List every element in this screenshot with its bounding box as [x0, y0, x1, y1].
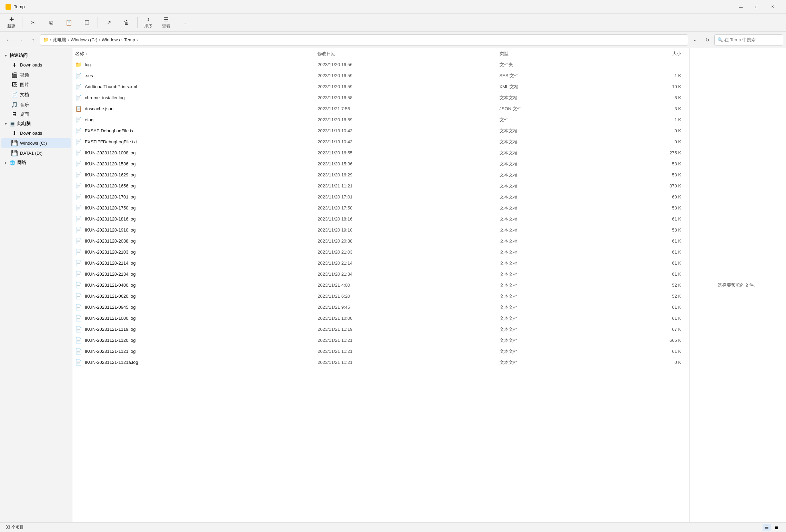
col-header-date[interactable]: 修改日期: [318, 51, 499, 57]
sidebar-item-pictures[interactable]: 🖼 图片: [1, 80, 71, 90]
file-date-cell: 2023/11/13 10:43: [318, 139, 499, 144]
table-row[interactable]: 📄 etag 2023/11/20 16:59 文件 1 K: [72, 114, 689, 125]
file-date-cell: 2023/11/21 11:21: [318, 360, 499, 365]
quick-access-label: 快速访问: [10, 52, 28, 59]
col-header-name[interactable]: 名称 ↑: [75, 51, 318, 57]
col-header-type[interactable]: 类型: [500, 51, 621, 57]
sidebar-item-documents[interactable]: 📄 文档: [1, 90, 71, 100]
breadcrumb-dropdown-button[interactable]: ⌄: [689, 34, 701, 45]
col-header-size[interactable]: 大小: [621, 51, 687, 57]
sidebar-item-videos[interactable]: 🎬 视频: [1, 70, 71, 80]
preview-message: 选择要预览的文件。: [718, 282, 758, 288]
table-row[interactable]: 📄 IKUN-20231121-0945.log 2023/11/21 9:45…: [72, 302, 689, 313]
new-button[interactable]: ✚ 新建: [3, 15, 20, 30]
table-row[interactable]: 📄 IKUN-20231120-1816.log 2023/11/20 18:1…: [72, 214, 689, 225]
table-row[interactable]: 📄 IKUN-20231120-1629.log 2023/11/20 16:2…: [72, 170, 689, 181]
file-type-cell: 文本文档: [500, 260, 621, 266]
network-header[interactable]: ► 🌐 网络: [0, 158, 72, 167]
breadcrumb-temp[interactable]: Temp: [124, 37, 135, 42]
breadcrumb-bar[interactable]: 📁 › 此电脑 › Windows (C:) › Windows › Temp …: [40, 34, 688, 45]
table-row[interactable]: 📄 AddtionalThumbPrints.xml 2023/11/20 16…: [72, 81, 689, 92]
sidebar-item-downloads-2[interactable]: ⬇ Downloads: [1, 128, 71, 138]
table-row[interactable]: 📄 IKUN-20231120-1656.log 2023/11/21 11:2…: [72, 181, 689, 192]
view-button[interactable]: ☰ 查看: [158, 15, 175, 30]
file-name-cell: 📄 IKUN-20231121-1121a.log: [75, 359, 318, 366]
table-row[interactable]: 📄 IKUN-20231120-1008.log 2023/11/20 16:5…: [72, 147, 689, 158]
refresh-button[interactable]: ↻: [702, 34, 713, 45]
grid-view-button[interactable]: ◼: [772, 524, 780, 531]
sidebar-item-c-drive[interactable]: 💾 Windows (C:): [1, 138, 71, 148]
table-row[interactable]: 📄 IKUN-20231120-2114.log 2023/11/20 21:1…: [72, 258, 689, 269]
more-button[interactable]: ...: [175, 15, 193, 30]
sidebar-item-videos-label: 视频: [20, 72, 29, 78]
file-type-cell: 文本文档: [500, 95, 621, 101]
delete-icon: 🗑: [124, 20, 129, 26]
table-row[interactable]: 📄 IKUN-20231120-1536.log 2023/11/20 15:3…: [72, 158, 689, 170]
table-row[interactable]: 📋 dnscache.json 2023/11/21 7:56 JSON 文件 …: [72, 103, 689, 114]
status-bar: 33 个项目 ☰ ◼: [0, 522, 786, 532]
table-row[interactable]: 📄 IKUN-20231121-0620.log 2023/11/21 6:20…: [72, 291, 689, 302]
file-date-cell: 2023/11/21 11:21: [318, 338, 499, 343]
minimize-button[interactable]: —: [733, 0, 749, 14]
table-row[interactable]: 📄 IKUN-20231120-1910.log 2023/11/20 19:1…: [72, 225, 689, 236]
sidebar-item-music-label: 音乐: [20, 102, 29, 108]
rename-button[interactable]: ☐: [78, 15, 95, 30]
this-pc-label: 此电脑: [17, 121, 31, 127]
file-name-text: etag: [85, 117, 93, 122]
table-row[interactable]: 📄 IKUN-20231120-1750.log 2023/11/20 17:5…: [72, 203, 689, 214]
table-row[interactable]: 📄 IKUN-20231121-1000.log 2023/11/21 10:0…: [72, 313, 689, 324]
file-date-cell: 2023/11/20 20:38: [318, 238, 499, 244]
table-row[interactable]: 📄 IKUN-20231121-1121a.log 2023/11/21 11:…: [72, 357, 689, 368]
paste-button[interactable]: 📋: [60, 15, 78, 30]
file-type-cell: 文本文档: [500, 326, 621, 332]
sidebar: ▼ 快速访问 ⬇ Downloads 🎬 视频 🖼 图片 📄 文档 🎵 音乐 🖥…: [0, 48, 72, 522]
cut-button[interactable]: ✂: [24, 15, 42, 30]
this-pc-header[interactable]: ▼ 💻 此电脑: [0, 119, 72, 128]
sidebar-item-pictures-label: 图片: [20, 82, 29, 88]
paste-icon: 📋: [66, 19, 72, 26]
table-row[interactable]: 📄 IKUN-20231120-1701.log 2023/11/20 17:0…: [72, 192, 689, 203]
search-box[interactable]: 🔍 在 Temp 中搜索: [714, 34, 783, 45]
sidebar-item-desktop[interactable]: 🖥 桌面: [1, 110, 71, 119]
breadcrumb-c-drive[interactable]: Windows (C:): [71, 37, 98, 42]
breadcrumb-this-pc[interactable]: 此电脑: [53, 37, 66, 43]
sidebar-item-d-drive[interactable]: 💾 DATA1 (D:): [1, 148, 71, 158]
sidebar-item-music[interactable]: 🎵 音乐: [1, 100, 71, 110]
sort-button[interactable]: ↕ 排序: [140, 15, 157, 30]
back-button[interactable]: ←: [3, 34, 14, 45]
pictures-icon: 🖼: [11, 82, 17, 88]
address-bar: ← → ↑ 📁 › 此电脑 › Windows (C:) › Windows ›…: [0, 32, 786, 48]
close-button[interactable]: ✕: [765, 0, 780, 14]
table-row[interactable]: 📄 IKUN-20231121-0400.log 2023/11/21 4:00…: [72, 280, 689, 291]
file-date-cell: 2023/11/20 18:16: [318, 216, 499, 222]
table-row[interactable]: 📄 FXSTIFFDebugLogFile.txt 2023/11/13 10:…: [72, 136, 689, 147]
table-row[interactable]: 📄 chrome_installer.log 2023/11/20 16:58 …: [72, 92, 689, 103]
file-name-cell: 📄 IKUN-20231121-1120.log: [75, 337, 318, 344]
breadcrumb-windows[interactable]: Windows: [102, 37, 120, 42]
maximize-button[interactable]: □: [749, 0, 765, 14]
table-row[interactable]: 📄 IKUN-20231121-1120.log 2023/11/21 11:2…: [72, 335, 689, 346]
file-name-cell: 📄 IKUN-20231120-2038.log: [75, 238, 318, 244]
file-icon: 📄: [75, 127, 82, 134]
table-row[interactable]: 📄 FXSAPIDebugLogFile.txt 2023/11/13 10:4…: [72, 125, 689, 136]
table-row[interactable]: 📄 IKUN-20231120-2134.log 2023/11/20 21:3…: [72, 269, 689, 280]
sidebar-item-downloads[interactable]: ⬇ Downloads: [1, 60, 71, 70]
table-row[interactable]: 📄 IKUN-20231121-1119.log 2023/11/21 11:1…: [72, 324, 689, 335]
list-view-button[interactable]: ☰: [763, 524, 771, 531]
file-name-text: IKUN-20231120-1008.log: [85, 150, 135, 155]
file-type-cell: 文本文档: [500, 315, 621, 321]
table-row[interactable]: 📄 IKUN-20231120-2103.log 2023/11/20 21:0…: [72, 247, 689, 258]
forward-button[interactable]: →: [15, 34, 26, 45]
new-label: 新建: [7, 23, 16, 29]
quick-access-chevron: ▼: [4, 54, 8, 58]
up-button[interactable]: ↑: [28, 34, 39, 45]
table-row[interactable]: 📄 .ses 2023/11/20 16:59 SES 文件 1 K: [72, 70, 689, 81]
delete-button[interactable]: 🗑: [118, 15, 135, 30]
table-row[interactable]: 📁 log 2023/11/20 16:56 文件夹: [72, 59, 689, 70]
copy-button[interactable]: ⧉: [42, 15, 60, 30]
share-button[interactable]: ↗: [100, 15, 117, 30]
table-row[interactable]: 📄 IKUN-20231120-2038.log 2023/11/20 20:3…: [72, 236, 689, 247]
file-type-cell: 文本文档: [500, 337, 621, 344]
table-row[interactable]: 📄 IKUN-20231121-1121.log 2023/11/21 11:2…: [72, 346, 689, 357]
quick-access-header[interactable]: ▼ 快速访问: [0, 51, 72, 60]
